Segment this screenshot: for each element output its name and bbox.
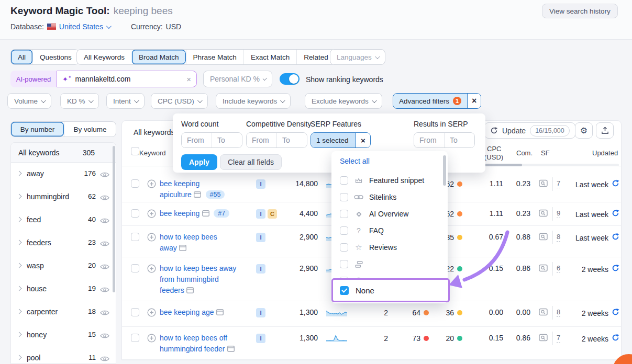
select-all-checkbox[interactable] [131,147,139,155]
eye-icon[interactable] [100,309,109,318]
keyword-link[interactable]: how to keep bees away [160,233,217,252]
row-checkbox[interactable] [131,209,139,218]
sidebar-group-wasp[interactable]: wasp20 [11,255,116,278]
volume-filter-dropdown[interactable]: Volume [7,93,51,109]
serp-snapshot-icon[interactable] [179,243,186,252]
sidebar-scrollbar[interactable] [113,146,115,292]
column-header-com[interactable]: Com. [516,149,533,157]
tab-phrase-match[interactable]: Phrase Match [186,50,243,64]
option-none-highlighted[interactable]: None [331,278,450,302]
refresh-metrics-icon[interactable] [612,264,619,274]
domain-input[interactable] [75,75,183,83]
refresh-metrics-icon[interactable] [612,179,619,189]
horizontal-scrollbar[interactable] [484,164,619,166]
option-indented[interactable] [331,256,441,272]
option-checkbox[interactable] [340,243,348,252]
view-search-history-button[interactable]: View search history [542,4,618,18]
eye-icon[interactable] [100,286,109,295]
sidebar-group-feed[interactable]: feed40 [11,209,116,232]
tab-by-number[interactable]: By number [11,122,64,136]
serp-snapshot-icon[interactable] [194,190,201,199]
word-count-from-input[interactable] [182,133,212,147]
chevron-right-icon[interactable] [17,217,22,222]
chevron-right-icon[interactable] [17,171,22,176]
horizontal-scrollbar-thumb[interactable] [484,164,522,166]
intent-filter-dropdown[interactable]: Intent [106,93,145,109]
refresh-metrics-icon[interactable] [612,233,619,243]
exclude-keywords-dropdown[interactable]: Exclude keywords [305,93,382,109]
add-to-list-icon[interactable] [147,334,156,345]
serp-snapshot-icon[interactable] [216,308,224,316]
add-to-list-icon[interactable] [147,233,156,244]
sidebar-group-honey[interactable]: honey15 [11,324,116,347]
column-header-updated[interactable]: Updated [592,149,618,157]
advanced-filters-button[interactable]: Advanced filters1 × [393,93,481,109]
tab-related[interactable]: Related [296,50,335,64]
refresh-metrics-icon[interactable] [612,334,619,344]
chevron-right-icon[interactable] [17,332,22,337]
clear-input-icon[interactable]: × [186,75,191,84]
show-ranking-keywords-toggle[interactable] [280,73,300,85]
tab-questions[interactable]: Questions [32,50,79,64]
none-checkbox-checked[interactable] [340,286,349,295]
cpc-filter-dropdown[interactable]: CPC (USD) [151,93,208,109]
option-sitelinks[interactable]: Sitelinks [331,189,441,206]
add-to-list-icon[interactable] [147,264,156,275]
column-header-cpc[interactable]: CPC [487,145,501,153]
option-faq[interactable]: ? FAQ [331,222,441,239]
option-checkbox[interactable] [340,210,348,218]
row-checkbox[interactable] [131,308,139,316]
eye-icon[interactable] [100,332,109,341]
word-count-to-input[interactable] [212,133,242,147]
sidebar-group-hummingbird[interactable]: hummingbird62 [11,186,116,209]
refresh-metrics-icon[interactable] [612,209,619,219]
cd-to-input[interactable] [277,133,307,147]
option-checkbox[interactable] [340,193,348,201]
row-checkbox[interactable] [131,264,139,272]
tab-exact-match[interactable]: Exact Match [243,50,296,64]
keyword-link[interactable]: how to keep bees away from hummingbird f… [160,264,236,294]
all-keywords-group-row[interactable]: All keywords 305 [11,143,116,163]
apply-button[interactable]: Apply [181,154,217,170]
cd-from-input[interactable] [247,133,276,147]
sidebar-group-carpenter[interactable]: carpenter18 [11,301,116,324]
serp-features-select[interactable]: 1 selected × [311,132,371,148]
eye-icon[interactable] [100,355,109,364]
tab-broad-match[interactable]: Broad Match [131,50,186,64]
sidebar-group-feeders[interactable]: feeders23 [11,232,116,255]
serp-snapshot-icon[interactable] [227,344,235,353]
chevron-right-icon[interactable] [17,309,22,314]
chevron-right-icon[interactable] [17,240,22,245]
tab-all-keywords[interactable]: All Keywords [77,50,131,64]
sidebar-group-away[interactable]: away176 [11,163,116,186]
tab-all[interactable]: All [11,50,32,64]
refresh-metrics-icon[interactable] [612,308,619,318]
update-button[interactable]: Update 16/15,000 [484,122,575,139]
keyword-link[interactable]: how to keep bees off hummingbird feeder [160,334,227,353]
sidebar-group-pool[interactable]: pool11 [11,347,116,364]
column-header-keyword[interactable]: Keyword [139,149,166,157]
row-checkbox[interactable] [131,179,139,188]
serp-snapshot-icon[interactable] [186,286,194,294]
keyword-link[interactable]: bee keeping [160,209,199,218]
export-button[interactable] [596,122,614,139]
tab-by-volume[interactable]: By volume [64,122,116,136]
eye-icon[interactable] [100,170,109,180]
languages-dropdown[interactable]: Languages [330,49,385,65]
clear-all-fields-button[interactable]: Clear all fields [220,154,282,170]
results-to-input[interactable] [445,133,474,147]
row-checkbox[interactable] [131,233,139,241]
kd-filter-dropdown[interactable]: KD % [60,93,99,109]
row-checkbox[interactable] [131,334,139,342]
eye-icon[interactable] [100,217,109,226]
chevron-right-icon[interactable] [17,194,22,199]
keyword-link[interactable]: bee keeping age [160,308,214,316]
eye-icon[interactable] [100,194,109,203]
eye-icon[interactable] [100,240,109,249]
clear-serp-selection-icon[interactable]: × [356,133,370,147]
close-advanced-filters-icon[interactable]: × [467,94,481,108]
serp-snapshot-icon[interactable] [202,209,209,218]
chevron-right-icon[interactable] [17,355,22,360]
select-all-link[interactable]: Select all [340,157,370,165]
option-ai-overview[interactable]: AI Overview [331,206,441,222]
